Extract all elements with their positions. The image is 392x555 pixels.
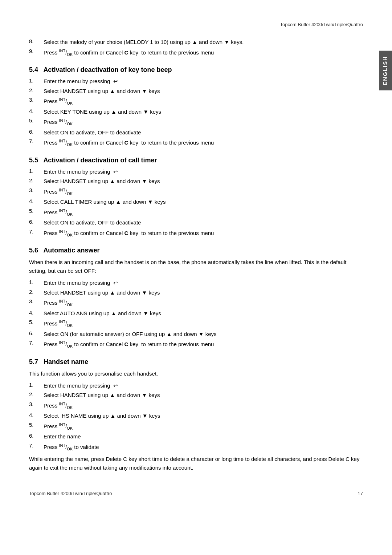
section-title-5-4: 5.4 Activation / deactivation of key ton… [29,66,363,74]
header-title: Topcom Butler 4200/Twin/Triple/Quattro [280,22,363,27]
list-item: 3. Press INT/OK [29,401,363,411]
list-item: 2. Select HANDSET using up ▲ and down ▼ … [29,391,363,400]
list-item: 5. Press INT/OK [29,208,363,218]
item-number: 8. [29,38,44,46]
list-item: 3. Press INT/OK [29,97,363,106]
list-item: 4. Select HS NAME using up ▲ and down ▼ … [29,412,363,420]
item-content: Press INT/OK to confirm or Cancel C key … [44,48,214,58]
list-item: 7. Press INT/OK to confirm or Cancel C k… [29,138,363,148]
list-item: 1. Enter the menu by pressing ↩ [29,168,363,176]
list-item: 3. Press INT/OK [29,187,363,197]
section-list-5-6: 1. Enter the menu by pressing ↩ 2. Selec… [29,279,363,349]
section-title-5-5: 5.5 Activation / deactivation of call ti… [29,157,363,164]
intro-section: 8. Select the melody of your choice (MEL… [29,38,363,57]
section-desc-5-7: This function allows you to personalise … [29,369,363,378]
list-item: 6. Select ON to activate, OFF to deactiv… [29,219,363,227]
section-desc-5-6: When there is an incoming call and the h… [29,258,363,275]
item-content: Select the melody of your choice (MELODY… [44,38,244,46]
section-list-5-7: 1. Enter the menu by pressing ↩ 2. Selec… [29,382,363,452]
list-item: 7. Press INT/OK to confirm or Cancel C k… [29,340,363,349]
list-item: 4. Select CALL TIMER using up ▲ and down… [29,198,363,206]
list-item: 2. Select HANDSET using up ▲ and down ▼ … [29,289,363,297]
item-number: 9. [29,48,44,58]
footer-left: Topcom Butler 4200/Twin/Triple/Quattro [29,491,112,496]
list-item: 1. Enter the menu by pressing ↩ [29,279,363,287]
section-5-7: 5.7 Handset name This function allows yo… [29,358,363,473]
list-item: 2. Select HANDSET using up ▲ and down ▼ … [29,87,363,96]
list-item: 5. Press INT/OK [29,117,363,127]
list-item: 8. Select the melody of your choice (MEL… [29,38,363,46]
list-item: 2. Select HANDSET using up ▲ and down ▼ … [29,177,363,186]
list-item: 1. Enter the menu by pressing ↩ [29,77,363,86]
section-list-5-4: 1. Enter the menu by pressing ↩ 2. Selec… [29,77,363,148]
list-item: 6. Select ON (for automatic answer) or O… [29,330,363,339]
list-item: 9. Press INT/OK to confirm or Cancel C k… [29,48,363,58]
section-title-5-7: 5.7 Handset name [29,358,363,366]
list-item: 5. Press INT/OK [29,422,363,432]
list-item: 6. Enter the name [29,433,363,441]
section-list-5-5: 1. Enter the menu by pressing ↩ 2. Selec… [29,168,363,238]
list-item: 7. Press INT/OK to validate [29,442,363,452]
list-item: 5. Press INT/OK [29,319,363,329]
list-item: 7. Press INT/OK to confirm or Cancel C k… [29,228,363,238]
section-5-5: 5.5 Activation / deactivation of call ti… [29,157,363,238]
list-item: 4. Select AUTO ANS using up ▲ and down ▼… [29,309,363,318]
side-tab-english: ENGLISH [379,51,392,90]
page-footer: Topcom Butler 4200/Twin/Triple/Quattro 1… [29,487,363,496]
list-item: 3. Press INT/OK [29,298,363,308]
list-item: 4. Select KEY TONE using up ▲ and down ▼… [29,108,363,116]
section-title-5-6: 5.6 Automatic answer [29,247,363,254]
section-5-6: 5.6 Automatic answer When there is an in… [29,247,363,349]
section-note-5-7: While entering the name, press Delete C … [29,455,363,472]
list-item: 6. Select ON to activate, OFF to deactiv… [29,129,363,137]
footer-right: 17 [358,491,363,496]
page-header: Topcom Butler 4200/Twin/Triple/Quattro [29,22,363,27]
list-item: 1. Enter the menu by pressing ↩ [29,382,363,390]
page: ENGLISH Topcom Butler 4200/Twin/Triple/Q… [0,0,392,555]
section-5-4: 5.4 Activation / deactivation of key ton… [29,66,363,148]
